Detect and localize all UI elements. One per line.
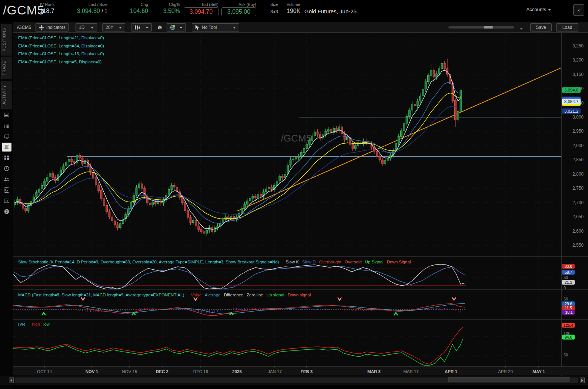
svg-text:APR 20: APR 20: [498, 369, 513, 374]
bid-button[interactable]: 3,094.70: [184, 7, 218, 16]
iv-rank-value: 118.7: [40, 8, 54, 14]
load-button[interactable]: Load: [556, 23, 578, 31]
zoom-slider-thumb[interactable]: [484, 26, 493, 29]
svg-text:MAR 3: MAR 3: [367, 369, 381, 374]
svg-text:94.0: 94.0: [565, 335, 572, 339]
chevron-down-icon: [180, 27, 183, 29]
chg-label: Chg: [122, 2, 148, 7]
range-dropdown[interactable]: 20Y: [102, 23, 125, 31]
ask-button[interactable]: 3,095.00: [221, 7, 256, 16]
sidebar-clock-icon[interactable]: [2, 164, 11, 173]
chart-settings-button[interactable]: [155, 23, 165, 31]
scroll-right-button[interactable]: [580, 378, 585, 383]
svg-text:JAN 17: JAN 17: [268, 369, 282, 374]
left-sidebar: POSITIONS TRADE ACTIVITY FI?: [0, 22, 13, 389]
svg-text:125.4: 125.4: [564, 323, 573, 328]
drawing-tool-dropdown[interactable]: No Tool: [192, 23, 239, 31]
sidebar-list-icon[interactable]: [2, 121, 11, 130]
chevron-down-icon: [91, 27, 94, 29]
iv-rank-label: IV Rank: [40, 2, 54, 7]
svg-text:50: 50: [564, 275, 568, 280]
chg-value: 104.60: [122, 8, 148, 14]
save-button[interactable]: Save: [530, 23, 552, 31]
sidebar-fi-icon[interactable]: FI: [2, 196, 11, 205]
scrollbar-track[interactable]: [15, 378, 578, 383]
grid-layout-dropdown[interactable]: [167, 23, 186, 31]
svg-text:2,700: 2,700: [572, 200, 584, 205]
chart-type-dropdown[interactable]: [131, 23, 152, 31]
zoom-in-button[interactable]: +: [520, 26, 523, 31]
zoom-slider[interactable]: [448, 26, 514, 29]
svg-text:3,250: 3,250: [572, 43, 584, 49]
svg-text:3,094.8: 3,094.8: [564, 88, 578, 92]
size-value: 3x3: [270, 9, 278, 14]
sidebar-news-card-icon[interactable]: [2, 110, 11, 119]
quote-header: /GCM5 IV Rank 118.7 Last / Size 3,094.80…: [0, 0, 588, 22]
toolbar-symbol: /GCM5: [17, 25, 31, 30]
collapse-panel-button[interactable]: ‹: [573, 4, 584, 16]
accounts-dropdown[interactable]: Accounts: [527, 7, 551, 12]
svg-text:NOV 1: NOV 1: [86, 369, 98, 374]
sidebar-tab-trade[interactable]: TRADE: [1, 57, 12, 79]
sidebar-chart-grid-icon[interactable]: [2, 143, 11, 152]
svg-text:2,600: 2,600: [572, 229, 584, 234]
svg-text:11.5: 11.5: [565, 306, 572, 310]
chevron-down-icon: [119, 27, 122, 29]
indicators-button[interactable]: Indicators: [36, 23, 69, 31]
svg-text:?: ?: [6, 210, 8, 214]
zoom-out-button[interactable]: -: [441, 27, 442, 32]
candlestick-icon: [134, 25, 140, 30]
svg-text:80.0: 80.0: [565, 264, 572, 269]
sidebar-tab-positions[interactable]: POSITIONS: [1, 24, 12, 55]
svg-text:FEB 3: FEB 3: [301, 369, 313, 374]
svg-text:3,021.2: 3,021.2: [564, 109, 578, 113]
svg-text:3,200: 3,200: [572, 57, 584, 63]
size-label: Size: [270, 2, 278, 7]
chgpct-label: Chg%: [155, 2, 180, 7]
sidebar-tv-icon[interactable]: [2, 132, 11, 141]
triangle-left-icon: [10, 379, 12, 382]
scroll-left-button[interactable]: [9, 378, 14, 383]
svg-text:OCT 14: OCT 14: [37, 369, 52, 374]
symbol-title: /GCM5: [3, 3, 45, 17]
chart-area[interactable]: 3,2503,2003,1503,1003,0503,0002,9502,900…: [13, 33, 588, 376]
sidebar-replay-icon[interactable]: [2, 186, 11, 194]
bid-label: Bid (Sell): [184, 2, 218, 7]
cursor-icon: [195, 25, 200, 30]
triangle-right-icon: [581, 379, 583, 382]
svg-text:NOV 15: NOV 15: [122, 369, 137, 374]
chgpct-value: 3.50%: [155, 8, 180, 14]
svg-text:2025: 2025: [232, 369, 242, 374]
svg-text:-18.1: -18.1: [564, 310, 573, 315]
svg-text:2,650: 2,650: [572, 214, 584, 219]
svg-text:3,000: 3,000: [572, 114, 584, 120]
chevron-down-icon: [548, 9, 551, 11]
svg-text:2,750: 2,750: [572, 186, 584, 191]
chevron-down-icon: [233, 27, 236, 29]
svg-text:3,054.7: 3,054.7: [564, 99, 578, 104]
chevron-down-icon: [146, 27, 148, 29]
sidebar-people-icon[interactable]: [2, 175, 11, 184]
svg-text:0: 0: [564, 286, 566, 290]
indicators-burst-icon: [39, 25, 44, 30]
svg-text:50: 50: [564, 353, 568, 357]
svg-text:FI: FI: [5, 200, 7, 202]
svg-text:MAY 1: MAY 1: [532, 369, 545, 374]
scrollbar-thumb[interactable]: [448, 378, 570, 382]
svg-text:2,900: 2,900: [572, 143, 584, 148]
svg-text:2,950: 2,950: [572, 129, 584, 134]
sidebar-help-icon[interactable]: ?: [2, 207, 11, 216]
ask-label: Ask (Buy): [221, 2, 256, 7]
chart-canvas[interactable]: 3,2503,2003,1503,1003,0503,0002,9502,900…: [13, 33, 588, 376]
sidebar-tab-activity[interactable]: ACTIVITY: [1, 81, 12, 109]
globe-grid-icon: [170, 24, 176, 30]
svg-text:MAR 17: MAR 17: [403, 369, 419, 374]
last-value: 3,094.80: [77, 8, 100, 14]
contract-description: Gold Futures, Jun-25: [304, 8, 357, 14]
time-scrollbar[interactable]: [0, 376, 588, 385]
svg-text:58.7: 58.7: [565, 270, 572, 275]
timeframe-dropdown[interactable]: 1D: [76, 23, 97, 31]
svg-text:DEC 16: DEC 16: [193, 369, 208, 374]
last-label: Last / Size: [69, 2, 107, 7]
sidebar-dashboard-icon[interactable]: [2, 153, 11, 162]
